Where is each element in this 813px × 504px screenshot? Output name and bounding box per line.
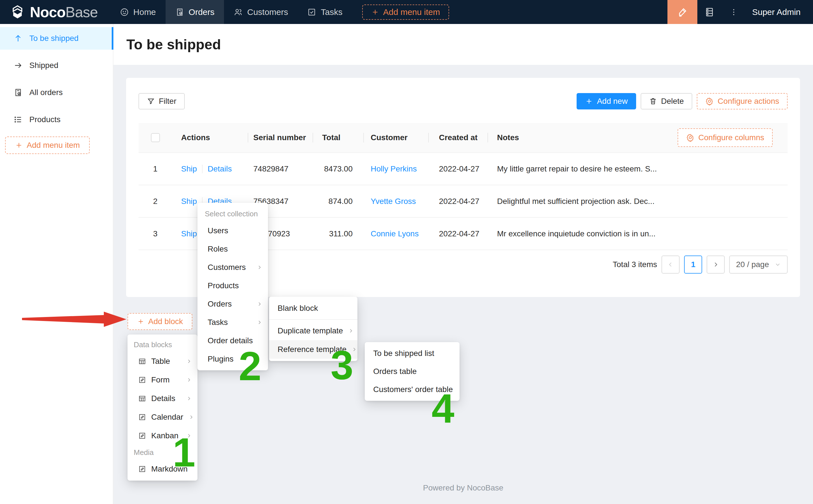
highlighter-icon [677, 7, 688, 17]
chevron-right-icon [188, 414, 194, 420]
add-menu-item-button-sidebar[interactable]: Add menu item [5, 137, 90, 154]
trash-icon [649, 97, 657, 105]
menu-item-label: Form [151, 375, 181, 384]
menu-item-orders-table[interactable]: Orders table [365, 362, 460, 380]
chevron-right-icon [257, 265, 262, 270]
filter-icon [147, 97, 155, 105]
menu-item-users[interactable]: Users [197, 221, 268, 240]
chevron-down-icon [775, 261, 781, 268]
configure-actions-button[interactable]: Configure actions [697, 93, 788, 109]
menu-item-form[interactable]: Form [128, 371, 197, 389]
chevron-right-icon [257, 301, 262, 307]
select-all-checkbox[interactable] [151, 133, 160, 142]
ship-link[interactable]: Ship [181, 164, 197, 173]
tasks-icon [307, 8, 316, 17]
nav-item-label: Tasks [321, 7, 342, 17]
more-actions-button[interactable] [722, 0, 746, 24]
red-arrow-annotation [22, 311, 127, 328]
menu-item-tasks[interactable]: Tasks [197, 313, 268, 331]
menu-item-customers[interactable]: Customers [197, 258, 268, 276]
sidebar: To be shipped Shipped All orders Product… [0, 24, 113, 504]
sidebar-item-shipped[interactable]: Shipped [0, 54, 113, 77]
delete-button[interactable]: Delete [641, 93, 692, 109]
menu-item-label: Blank block [278, 304, 352, 313]
user-menu[interactable]: Super Admin [746, 7, 813, 17]
details-link[interactable]: Details [208, 164, 232, 173]
pagination-next-button[interactable] [707, 256, 725, 274]
ship-link[interactable]: Ship [181, 229, 197, 238]
menu-item-label: Tasks [208, 318, 252, 327]
nav-item-home[interactable]: Home [110, 0, 166, 24]
customer-link[interactable]: Connie Lyons [371, 229, 419, 238]
add-menu-item-label: Add menu item [383, 7, 440, 17]
nav-item-orders[interactable]: Orders [166, 0, 224, 24]
ui-editor-button[interactable] [667, 0, 697, 24]
sidebar-item-products[interactable]: Products [0, 108, 113, 131]
customer-link[interactable]: Yvette Gross [371, 197, 416, 206]
sidebar-item-all-orders[interactable]: All orders [0, 81, 113, 104]
menu-item-label: Roles [208, 245, 262, 254]
menu-item-orders[interactable]: Orders [197, 295, 268, 313]
menu-item-products[interactable]: Products [197, 276, 268, 295]
orders-icon [175, 8, 184, 17]
cell-notes: Delightful met sufficient projection ask… [488, 197, 788, 206]
filter-button[interactable]: Filter [139, 93, 185, 109]
menu-item-label: Details [151, 394, 181, 403]
pagination-prev-button[interactable] [662, 256, 680, 274]
menu-item-table[interactable]: Table [128, 352, 197, 371]
row-index: 2 [139, 197, 172, 206]
menu-item-details[interactable]: Details [128, 389, 197, 408]
cell-serial: 74829847 [248, 164, 313, 173]
step-annotation-1: 1 [173, 432, 195, 473]
sidebar-item-to-be-shipped[interactable]: To be shipped [0, 27, 113, 50]
customers-icon [234, 8, 243, 17]
page-size-value: 20 / page [736, 260, 769, 269]
configure-columns-button[interactable]: Configure columns [678, 128, 773, 147]
menu-item-label: Customers [208, 263, 252, 272]
menu-item-to-be-shipped-list[interactable]: To be shipped list [365, 344, 460, 362]
nav-item-tasks[interactable]: Tasks [298, 0, 352, 24]
plus-icon [137, 318, 144, 325]
configure-columns-label: Configure columns [698, 133, 764, 142]
page-title: To be shipped [126, 36, 221, 53]
kebab-menu-icon [729, 8, 738, 16]
page-size-select[interactable]: 20 / page [729, 256, 788, 274]
top-navbar: NocoBase Home Orders Customers Tasks Add… [0, 0, 813, 24]
menu-item-label: Duplicate template [278, 326, 343, 335]
action-divider [202, 165, 203, 173]
menu-item-label: Products [208, 281, 262, 290]
column-header-customer: Customer [364, 133, 429, 142]
add-menu-item-button-topbar[interactable]: Add menu item [362, 5, 449, 20]
sidebar-item-label: Products [29, 115, 61, 124]
pagination-page-1[interactable]: 1 [684, 256, 702, 274]
menu-item-duplicate-template[interactable]: Duplicate template [269, 322, 357, 340]
menu-item-blank-block[interactable]: Blank block [269, 299, 357, 318]
logo-text: NocoBase [30, 4, 98, 21]
column-header-actions: Actions [172, 133, 248, 142]
sidebar-item-label: Shipped [29, 61, 58, 70]
cell-created-at: 2022-04-27 [429, 164, 488, 173]
menu-item-label: Table [151, 357, 181, 366]
cell-created-at: 2022-04-27 [429, 197, 488, 206]
pagination-total: Total 3 items [613, 260, 657, 269]
customer-link[interactable]: Holly Perkins [371, 164, 417, 173]
step-annotation-3: 3 [331, 345, 353, 386]
ship-link[interactable]: Ship [181, 197, 197, 206]
gear-icon [686, 133, 695, 142]
nav-item-label: Home [133, 7, 156, 17]
delete-button-label: Delete [661, 97, 684, 106]
table-icon [138, 395, 146, 402]
nocobase-logo[interactable]: NocoBase [0, 4, 110, 21]
menu-item-roles[interactable]: Roles [197, 240, 268, 258]
menu-item-calendar[interactable]: Calendar [128, 408, 197, 426]
add-new-button-label: Add new [597, 97, 628, 106]
cell-notes: Mr excellence inquietude conviction is i… [488, 229, 788, 238]
menu-item-label: Calendar [151, 413, 183, 422]
arrow-right-icon [14, 61, 23, 70]
add-new-button[interactable]: Add new [577, 93, 636, 109]
menu-item-label: Orders [208, 300, 252, 309]
nav-item-customers[interactable]: Customers [224, 0, 298, 24]
sidebar-item-label: All orders [29, 88, 63, 97]
add-block-button[interactable]: Add block [128, 313, 192, 330]
collections-manager-button[interactable] [697, 0, 722, 24]
